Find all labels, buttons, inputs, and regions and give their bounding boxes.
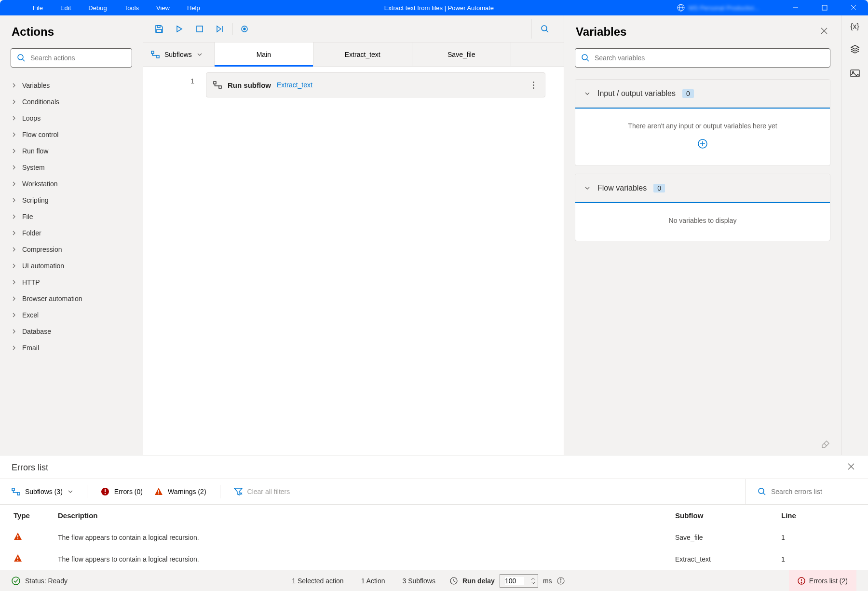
action-cat-folder[interactable]: Folder	[0, 225, 143, 241]
action-cat-file[interactable]: File	[0, 208, 143, 225]
tab-extract-text[interactable]: Extract_text	[313, 42, 412, 66]
run-delay-control: Run delay ms	[450, 574, 565, 588]
action-menu-button[interactable]	[529, 78, 538, 93]
close-variables-button[interactable]	[819, 26, 829, 38]
action-subflow-ref: Extract_text	[277, 81, 312, 89]
image-icon	[850, 69, 860, 78]
chevron-right-icon	[12, 132, 16, 137]
action-cat-uiautomation[interactable]: UI automation	[0, 258, 143, 274]
flow-variables-toggle[interactable]: Flow variables 0	[575, 174, 830, 202]
action-cat-database[interactable]: Database	[0, 323, 143, 340]
action-cat-system[interactable]: System	[0, 159, 143, 176]
svg-point-47	[759, 488, 764, 494]
action-cat-compression[interactable]: Compression	[0, 241, 143, 258]
menu-view[interactable]: View	[148, 1, 178, 14]
account-badge[interactable]: MS Personal Productivi...	[669, 4, 767, 12]
chevron-down-icon	[197, 52, 203, 57]
errors-search[interactable]	[746, 479, 856, 504]
svg-marker-31	[851, 45, 859, 49]
action-cat-workstation[interactable]: Workstation	[0, 176, 143, 192]
menu-file[interactable]: File	[24, 1, 52, 14]
error-line: 1	[781, 534, 868, 541]
action-cat-runflow[interactable]: Run flow	[0, 143, 143, 159]
actions-search-field[interactable]	[30, 54, 126, 62]
run-delay-input[interactable]	[500, 574, 538, 588]
errors-search-field[interactable]	[771, 488, 856, 495]
io-variables-label: Input / output variables	[597, 89, 676, 98]
svg-rect-10	[157, 29, 162, 32]
record-icon	[241, 25, 248, 33]
variables-search-field[interactable]	[595, 54, 824, 62]
col-subflow: Subflow	[675, 511, 781, 520]
table-row[interactable]: The flow appears to contain a logical re…	[0, 526, 868, 548]
chevron-down-icon	[68, 489, 73, 495]
errors-count-filter[interactable]: Errors (0)	[101, 487, 143, 496]
flow-canvas[interactable]: Run subflow Extract_text	[206, 67, 564, 455]
clear-filters-button[interactable]: Clear all filters	[234, 487, 290, 496]
variable-icon: {x}	[850, 22, 859, 30]
stop-icon	[196, 26, 203, 32]
action-cat-email[interactable]: Email	[0, 340, 143, 356]
rail-layers-button[interactable]	[850, 44, 860, 56]
tab-main[interactable]: Main	[215, 42, 313, 66]
window-controls	[781, 0, 868, 15]
menu-debug[interactable]: Debug	[80, 1, 115, 14]
stop-button[interactable]	[190, 19, 210, 39]
chevron-right-icon	[12, 329, 16, 334]
action-cat-http[interactable]: HTTP	[0, 274, 143, 290]
search-icon	[17, 54, 26, 62]
svg-point-7	[18, 55, 23, 60]
chevron-right-icon	[12, 181, 16, 186]
table-row[interactable]: The flow appears to contain a logical re…	[0, 548, 868, 570]
svg-marker-11	[177, 26, 182, 32]
action-cat-variables[interactable]: Variables	[0, 77, 143, 94]
svg-point-59	[560, 578, 561, 579]
action-cat-flowcontrol[interactable]: Flow control	[0, 126, 143, 143]
io-variables-count: 0	[682, 89, 694, 98]
eraser-icon[interactable]	[821, 440, 830, 449]
line-number: 1	[143, 77, 194, 85]
menu-help[interactable]: Help	[178, 1, 209, 14]
actions-search-input[interactable]	[11, 48, 132, 68]
chevron-right-icon	[12, 231, 16, 235]
run-delay-unit: ms	[543, 577, 552, 585]
line-gutter: 1	[143, 67, 206, 455]
run-delay-field[interactable]	[505, 577, 524, 585]
flow-designer: 1 Run subflow Extract_text	[143, 67, 564, 455]
menu-edit[interactable]: Edit	[52, 1, 80, 14]
subflows-dropdown[interactable]: Subflows	[143, 42, 215, 66]
maximize-button[interactable]	[810, 0, 839, 15]
run-button[interactable]	[169, 19, 190, 39]
close-icon	[821, 27, 827, 34]
menu-tools[interactable]: Tools	[116, 1, 148, 14]
toolbar-search[interactable]	[531, 19, 558, 39]
action-cat-browser[interactable]: Browser automation	[0, 290, 143, 307]
io-variables-toggle[interactable]: Input / output variables 0	[575, 80, 830, 108]
subflows-label: Subflows	[164, 51, 192, 58]
chevron-right-icon	[12, 214, 16, 219]
add-io-variable-button[interactable]	[585, 138, 820, 149]
tab-save-file[interactable]: Save_file	[412, 42, 511, 66]
errors-subflows-filter[interactable]: Subflows (3)	[12, 488, 73, 495]
action-run-subflow[interactable]: Run subflow Extract_text	[206, 72, 545, 97]
chevron-right-icon	[12, 247, 16, 252]
action-cat-excel[interactable]: Excel	[0, 307, 143, 323]
record-button[interactable]	[234, 19, 255, 39]
subflow-tabs: Subflows Main Extract_text Save_file	[143, 42, 564, 67]
variables-search-input[interactable]	[575, 48, 830, 68]
delay-spinner[interactable]	[531, 577, 536, 585]
save-button[interactable]	[149, 19, 169, 39]
action-cat-scripting[interactable]: Scripting	[0, 192, 143, 208]
rail-variables-button[interactable]: {x}	[850, 22, 859, 31]
close-errors-button[interactable]	[846, 461, 856, 474]
info-icon[interactable]	[557, 577, 565, 585]
minimize-button[interactable]	[781, 0, 810, 15]
warnings-count-filter[interactable]: Warnings (2)	[154, 487, 206, 496]
rail-images-button[interactable]	[850, 69, 860, 80]
close-button[interactable]	[839, 0, 868, 15]
action-cat-loops[interactable]: Loops	[0, 110, 143, 126]
status-errors-link[interactable]: Errors list (2)	[789, 570, 856, 591]
step-button[interactable]	[210, 19, 230, 39]
action-cat-conditionals[interactable]: Conditionals	[0, 94, 143, 110]
svg-point-43	[158, 494, 159, 495]
